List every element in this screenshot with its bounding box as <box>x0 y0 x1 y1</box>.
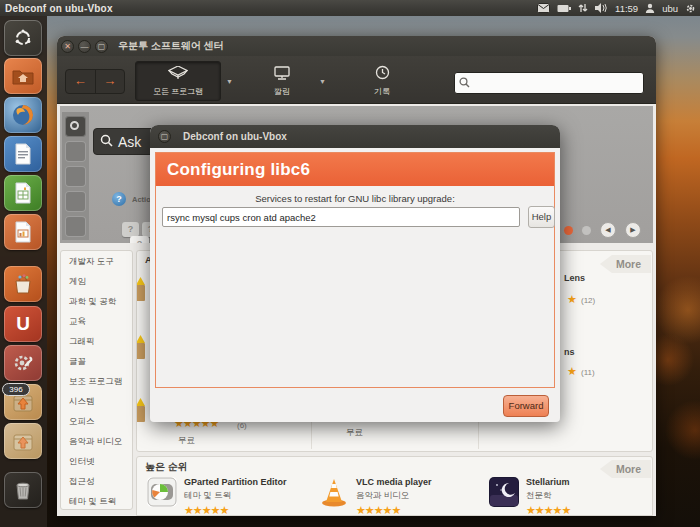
banner-mini-tile <box>65 116 86 137</box>
app-rating-stars: ★★★★★ <box>184 504 287 516</box>
question-bubble: ? <box>130 236 149 243</box>
carousel-prev-button[interactable]: ◀ <box>600 222 616 238</box>
banner-mini-tile <box>65 166 86 187</box>
history-button[interactable]: 기록 <box>349 61 415 101</box>
app-icon-gparted <box>147 477 177 507</box>
sidebar-category[interactable]: 보조 프로그램 <box>61 371 132 391</box>
launcher-item-software-center[interactable] <box>4 266 42 302</box>
sidebar-category[interactable]: 오피스 <box>61 411 132 431</box>
launcher-item-libreoffice-calc[interactable] <box>4 175 42 211</box>
services-input[interactable] <box>162 207 520 227</box>
software-center-toolbar: ← → 모든 프로그램 ▼ 깔림 ▼ 기록 <box>57 56 656 104</box>
volume-icon[interactable] <box>595 3 608 13</box>
battery-icon[interactable] <box>557 4 571 13</box>
search-box[interactable] <box>454 72 644 94</box>
rating-count: (6) <box>237 421 247 430</box>
app-category: 음악과 비디오 <box>356 490 432 502</box>
search-input[interactable] <box>474 78 634 88</box>
top-rated-app[interactable]: GParted Partition Editor테마 및 트윅★★★★★ <box>147 477 287 516</box>
sidebar-category[interactable]: 과학 및 공학 <box>61 291 132 311</box>
dialog-window-button-icon[interactable]: ▢ <box>158 130 171 143</box>
maximize-icon[interactable]: ▢ <box>95 40 108 53</box>
app-name: GParted Partition Editor <box>184 477 287 487</box>
app-icon-pencil <box>136 398 147 424</box>
app-name: VLC media player <box>356 477 432 487</box>
app-category: 테마 및 트윅 <box>184 490 287 502</box>
software-center-titlebar[interactable]: ✕ — ▢ 우분투 소프트웨어 센터 <box>57 36 656 56</box>
whats-new-entry-name[interactable]: Lens <box>564 273 585 283</box>
help-button[interactable]: Help <box>528 206 555 228</box>
network-updown-icon[interactable] <box>578 3 588 13</box>
clock-label[interactable]: 11:59 <box>615 3 638 14</box>
launcher-item-firefox[interactable] <box>4 97 42 133</box>
dialog-titlebar[interactable]: ▢ Debconf on ubu-Vbox <box>150 125 560 148</box>
sidebar-category[interactable]: 그래픽 <box>61 331 132 351</box>
top-rated-more-button[interactable]: More <box>600 460 651 478</box>
dialog-prompt: Services to restart for GNU libc library… <box>156 193 554 204</box>
sidebar-category[interactable]: 게임 <box>61 271 132 291</box>
carousel-dot-active[interactable] <box>564 226 573 235</box>
sidebar-category[interactable]: 인터넷 <box>61 451 132 471</box>
all-software-dropdown[interactable]: ▼ <box>222 61 237 101</box>
top-rated-app[interactable]: VLC media player음악과 비디오★★★★★ <box>319 477 432 516</box>
app-rating-stars: ★★★★★ <box>526 504 570 516</box>
top-rated-header: 높은 순위 <box>145 460 188 474</box>
user-menu[interactable]: ubu <box>662 3 678 14</box>
app-icon-pencil <box>136 277 147 303</box>
launcher-item-trash[interactable] <box>4 472 42 508</box>
back-button[interactable]: ← <box>66 70 96 93</box>
top-rated-panel: 높은 순위 More GParted Partition Editor테마 및 … <box>136 456 653 516</box>
sidebar-category[interactable]: 음악과 비디오 <box>61 431 132 451</box>
session-gear-icon[interactable] <box>685 3 696 14</box>
app-category: 천문학 <box>526 490 570 502</box>
whats-new-entry-name[interactable]: ns <box>564 347 575 357</box>
close-icon[interactable]: ✕ <box>61 40 74 53</box>
installed-dropdown[interactable]: ▼ <box>315 61 330 101</box>
update-count-badge: 396 <box>2 383 30 396</box>
carousel-next-button[interactable]: ▶ <box>625 222 641 238</box>
rating-count: (12) <box>581 296 595 305</box>
top-panel: Debconf on ubu-Vbox 11:59 ubu <box>0 0 700 16</box>
sidebar-category[interactable]: 교육 <box>61 311 132 331</box>
installed-button[interactable]: 깔림 <box>249 61 315 101</box>
user-icon <box>645 3 655 13</box>
mail-icon[interactable] <box>537 3 550 13</box>
carousel-dot[interactable] <box>582 226 591 235</box>
rating-star: ★ <box>567 293 576 306</box>
launcher-item-home-folder[interactable] <box>4 58 42 94</box>
forward-nav-button[interactable]: → <box>96 70 125 93</box>
app-icon-vlc <box>319 477 349 507</box>
category-sidebar: 개발자 도구게임과학 및 공학교육그래픽글꼴보조 프로그램시스템오피스음악과 비… <box>60 250 133 510</box>
nav-buttons: ← → <box>65 69 125 94</box>
all-software-button[interactable]: 모든 프로그램 <box>135 61 221 101</box>
whats-new-more-button[interactable]: More <box>600 255 651 273</box>
sidebar-category[interactable]: 접근성 <box>61 471 132 491</box>
dialog-heading: Configuring libc6 <box>167 160 310 180</box>
panel-window-title: Debconf on ubu-Vbox <box>5 3 113 14</box>
app-rating-stars: ★★★★★ <box>356 504 432 516</box>
debconf-dialog: ▢ Debconf on ubu-Vbox Configuring libc6 … <box>150 125 560 422</box>
unity-launcher: U 396 <box>0 16 47 527</box>
sidebar-category[interactable]: 시스템 <box>61 391 132 411</box>
launcher-item-libreoffice-impress[interactable] <box>4 214 42 250</box>
banner-mini-tile <box>65 141 86 162</box>
sidebar-category[interactable]: 테마 및 트윅 <box>61 491 132 510</box>
sidebar-category[interactable]: 개발자 도구 <box>61 251 132 271</box>
forward-button[interactable]: Forward <box>503 395 549 417</box>
top-rated-app[interactable]: Stellarium천문학★★★★★ <box>489 477 570 516</box>
launcher-item-dash-home[interactable] <box>4 20 42 56</box>
question-bubble: ? <box>122 222 139 237</box>
installed-icon <box>273 66 291 84</box>
sidebar-category[interactable]: 글꼴 <box>61 351 132 371</box>
banner-mini-launcher <box>62 112 89 240</box>
launcher-item-software-updater[interactable] <box>4 423 42 459</box>
price-free-label: 무료 <box>346 427 363 439</box>
minimize-icon[interactable]: — <box>78 40 91 53</box>
launcher-item-system-settings[interactable] <box>4 345 42 381</box>
launcher-item-libreoffice-writer[interactable] <box>4 136 42 172</box>
search-icon <box>459 74 470 92</box>
launcher-item-ubuntu-one[interactable]: U <box>4 306 42 342</box>
app-name: Stellarium <box>526 477 570 487</box>
price-free-label: 무료 <box>178 435 195 447</box>
question-icon: ? <box>112 192 126 206</box>
